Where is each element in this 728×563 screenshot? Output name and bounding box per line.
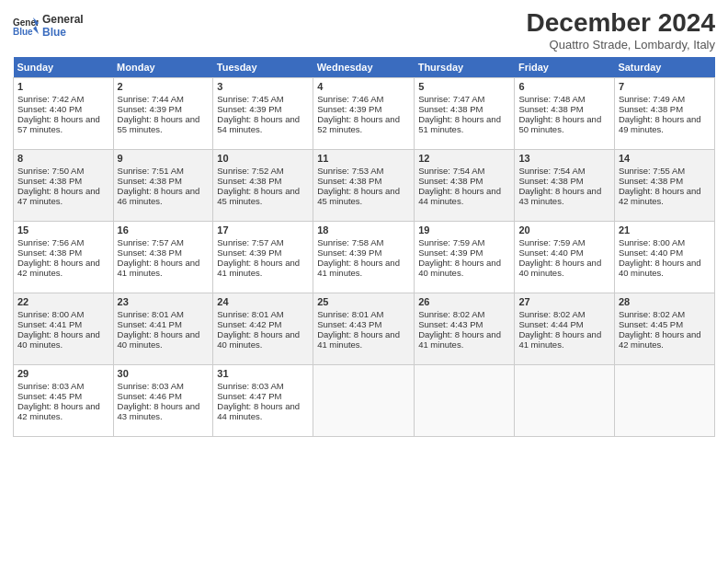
daylight: Daylight: 8 hours and 42 minutes. <box>17 258 100 278</box>
day-cell <box>614 364 714 436</box>
sunrise: Sunrise: 7:58 AM <box>317 237 383 247</box>
sunset: Sunset: 4:43 PM <box>317 319 381 329</box>
sunrise: Sunrise: 7:54 AM <box>418 166 484 176</box>
day-cell: 10Sunrise: 7:52 AMSunset: 4:38 PMDayligh… <box>213 149 313 221</box>
day-number: 8 <box>17 153 109 164</box>
sunset: Sunset: 4:41 PM <box>118 319 182 329</box>
day-number: 11 <box>317 153 410 164</box>
calendar-container: General Blue General Blue December 2024 … <box>0 0 728 446</box>
day-cell: 9Sunrise: 7:51 AMSunset: 4:38 PMDaylight… <box>113 149 213 221</box>
week-row-1: 1Sunrise: 7:42 AMSunset: 4:40 PMDaylight… <box>14 77 715 149</box>
day-cell: 23Sunrise: 8:01 AMSunset: 4:41 PMDayligh… <box>113 293 213 364</box>
daylight: Daylight: 8 hours and 42 minutes. <box>619 329 701 350</box>
sunset: Sunset: 4:40 PM <box>17 104 82 114</box>
daylight: Daylight: 8 hours and 55 minutes. <box>118 114 200 134</box>
day-cell: 16Sunrise: 7:57 AMSunset: 4:38 PMDayligh… <box>113 221 213 293</box>
day-number: 6 <box>518 81 609 92</box>
header-cell-saturday: Saturday <box>614 57 714 78</box>
day-number: 9 <box>118 153 210 164</box>
sunset: Sunset: 4:38 PM <box>518 104 583 114</box>
sunrise: Sunrise: 7:49 AM <box>619 94 685 104</box>
day-number: 3 <box>217 81 309 92</box>
sunrise: Sunrise: 7:46 AM <box>317 94 383 104</box>
day-cell: 28Sunrise: 8:02 AMSunset: 4:45 PMDayligh… <box>614 293 714 364</box>
sunrise: Sunrise: 8:02 AM <box>518 309 585 319</box>
daylight: Daylight: 8 hours and 47 minutes. <box>17 186 100 206</box>
daylight: Daylight: 8 hours and 43 minutes. <box>118 401 200 421</box>
header-cell-tuesday: Tuesday <box>213 57 313 78</box>
day-number: 24 <box>217 296 309 307</box>
day-number: 1 <box>17 81 109 92</box>
day-cell: 19Sunrise: 7:59 AMSunset: 4:39 PMDayligh… <box>415 221 515 293</box>
day-number: 27 <box>518 296 609 307</box>
sunrise: Sunrise: 7:57 AM <box>217 237 283 247</box>
day-cell: 30Sunrise: 8:03 AMSunset: 4:46 PMDayligh… <box>113 364 213 436</box>
daylight: Daylight: 8 hours and 46 minutes. <box>118 186 200 206</box>
daylight: Daylight: 8 hours and 44 minutes. <box>217 401 300 421</box>
day-cell: 4Sunrise: 7:46 AMSunset: 4:39 PMDaylight… <box>313 77 415 149</box>
daylight: Daylight: 8 hours and 41 minutes. <box>217 258 300 278</box>
sunrise: Sunrise: 8:00 AM <box>17 309 84 319</box>
calendar-table: SundayMondayTuesdayWednesdayThursdayFrid… <box>13 57 715 437</box>
logo-icon: General Blue <box>13 16 39 36</box>
day-number: 17 <box>217 224 309 236</box>
sunset: Sunset: 4:39 PM <box>118 104 182 114</box>
sunset: Sunset: 4:42 PM <box>217 319 281 329</box>
day-number: 7 <box>619 81 711 92</box>
daylight: Daylight: 8 hours and 41 minutes. <box>317 329 400 350</box>
header: General Blue General Blue December 2024 … <box>13 9 715 52</box>
daylight: Daylight: 8 hours and 49 minutes. <box>619 114 701 134</box>
day-number: 10 <box>217 153 309 164</box>
sunset: Sunset: 4:45 PM <box>17 391 82 401</box>
header-cell-sunday: Sunday <box>14 57 114 78</box>
svg-text:Blue: Blue <box>13 27 33 36</box>
day-cell: 29Sunrise: 8:03 AMSunset: 4:45 PMDayligh… <box>14 364 114 436</box>
sunrise: Sunrise: 7:48 AM <box>518 94 585 104</box>
day-number: 25 <box>317 296 410 307</box>
sunset: Sunset: 4:38 PM <box>118 176 182 186</box>
day-cell: 5Sunrise: 7:47 AMSunset: 4:38 PMDaylight… <box>415 77 515 149</box>
sunset: Sunset: 4:38 PM <box>518 176 583 186</box>
day-cell: 13Sunrise: 7:54 AMSunset: 4:38 PMDayligh… <box>515 149 614 221</box>
sunset: Sunset: 4:38 PM <box>619 104 683 114</box>
day-cell <box>415 364 515 436</box>
daylight: Daylight: 8 hours and 51 minutes. <box>418 114 501 134</box>
day-number: 29 <box>17 368 109 379</box>
day-number: 30 <box>118 368 210 379</box>
sunrise: Sunrise: 7:50 AM <box>17 166 84 176</box>
sunset: Sunset: 4:38 PM <box>17 176 82 186</box>
day-cell: 3Sunrise: 7:45 AMSunset: 4:39 PMDaylight… <box>213 77 313 149</box>
sunrise: Sunrise: 8:03 AM <box>118 381 184 391</box>
day-cell: 2Sunrise: 7:44 AMSunset: 4:39 PMDaylight… <box>113 77 213 149</box>
daylight: Daylight: 8 hours and 40 minutes. <box>619 258 701 278</box>
daylight: Daylight: 8 hours and 40 minutes. <box>518 258 601 278</box>
day-number: 13 <box>518 153 609 164</box>
week-row-2: 8Sunrise: 7:50 AMSunset: 4:38 PMDaylight… <box>14 149 715 221</box>
sunset: Sunset: 4:40 PM <box>518 247 583 258</box>
sunrise: Sunrise: 8:01 AM <box>317 309 383 319</box>
daylight: Daylight: 8 hours and 40 minutes. <box>17 329 100 350</box>
sunrise: Sunrise: 7:52 AM <box>217 166 283 176</box>
day-cell: 26Sunrise: 8:02 AMSunset: 4:43 PMDayligh… <box>415 293 515 364</box>
daylight: Daylight: 8 hours and 40 minutes. <box>418 258 501 278</box>
day-number: 31 <box>217 368 309 379</box>
day-cell: 1Sunrise: 7:42 AMSunset: 4:40 PMDaylight… <box>14 77 114 149</box>
sunrise: Sunrise: 7:56 AM <box>17 237 84 247</box>
sunrise: Sunrise: 8:01 AM <box>118 309 184 319</box>
day-cell: 20Sunrise: 7:59 AMSunset: 4:40 PMDayligh… <box>515 221 614 293</box>
sunrise: Sunrise: 7:44 AM <box>118 94 184 104</box>
day-cell: 17Sunrise: 7:57 AMSunset: 4:39 PMDayligh… <box>213 221 313 293</box>
day-cell: 21Sunrise: 8:00 AMSunset: 4:40 PMDayligh… <box>614 221 714 293</box>
sunset: Sunset: 4:39 PM <box>317 104 381 114</box>
day-number: 14 <box>619 153 711 164</box>
day-number: 15 <box>17 224 109 236</box>
sunset: Sunset: 4:38 PM <box>619 176 683 186</box>
header-cell-thursday: Thursday <box>415 57 515 78</box>
sunrise: Sunrise: 8:02 AM <box>619 309 685 319</box>
sunrise: Sunrise: 7:59 AM <box>418 237 484 247</box>
sunset: Sunset: 4:39 PM <box>317 247 381 258</box>
day-number: 21 <box>619 224 711 236</box>
daylight: Daylight: 8 hours and 42 minutes. <box>619 186 701 206</box>
header-cell-wednesday: Wednesday <box>313 57 415 78</box>
day-cell: 15Sunrise: 7:56 AMSunset: 4:38 PMDayligh… <box>14 221 114 293</box>
